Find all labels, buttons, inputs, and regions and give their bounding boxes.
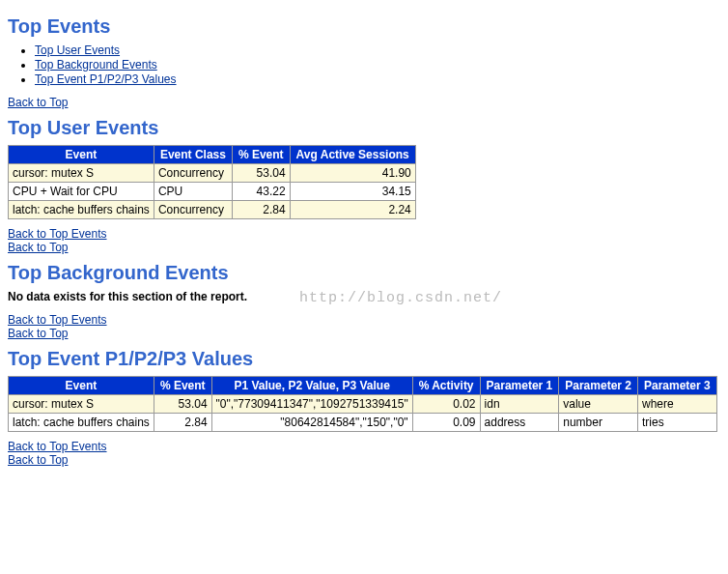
- cell-event-class: Concurrency: [154, 201, 232, 219]
- cell-pct-event: 2.84: [154, 414, 211, 432]
- link-top-user-events[interactable]: Top User Events: [35, 43, 120, 57]
- link-back-to-top[interactable]: Back to Top: [8, 453, 68, 467]
- cell-param1: address: [480, 414, 559, 432]
- col-p1p2p3: P1 Value, P2 Value, P3 Value: [211, 377, 412, 395]
- link-back-to-top-events[interactable]: Back to Top Events: [8, 440, 107, 453]
- cell-avg-active-sessions: 41.90: [290, 164, 415, 183]
- table-row: latch: cache buffers chains 2.84 "806428…: [9, 414, 717, 432]
- link-back-to-top[interactable]: Back to Top: [8, 96, 68, 109]
- table-row: latch: cache buffers chains Concurrency …: [9, 201, 416, 219]
- cell-pct-activity: 0.09: [412, 414, 480, 432]
- heading-top-events: Top Events: [8, 15, 720, 38]
- table-row: CPU + Wait for CPU CPU 43.22 34.15: [9, 183, 416, 201]
- cell-param3: where: [637, 395, 716, 414]
- col-event: Event: [9, 146, 154, 164]
- link-back-to-top-events[interactable]: Back to Top Events: [8, 227, 107, 241]
- cell-event: CPU + Wait for CPU: [9, 183, 154, 201]
- col-pct-event: % Event: [232, 146, 290, 164]
- heading-top-user-events: Top User Events: [8, 117, 720, 139]
- cell-event-class: CPU: [154, 183, 232, 201]
- top-events-nav-list: Top User Events Top Background Events To…: [35, 43, 720, 86]
- link-top-event-p1p2p3[interactable]: Top Event P1/P2/P3 Values: [35, 72, 177, 86]
- cell-p1p2p3: "80642814584","150","0": [211, 414, 412, 432]
- link-top-background-events[interactable]: Top Background Events: [35, 58, 157, 72]
- no-data-message: No data exists for this section of the r…: [8, 290, 720, 303]
- col-param3: Parameter 3: [637, 377, 716, 395]
- heading-top-event-p1p2p3: Top Event P1/P2/P3 Values: [8, 348, 720, 370]
- cell-event: latch: cache buffers chains: [9, 414, 154, 432]
- cell-p1p2p3: "0","77309411347","1092751339415": [211, 395, 412, 414]
- cell-param2: number: [559, 414, 638, 432]
- cell-event: cursor: mutex S: [9, 395, 154, 414]
- cell-pct-event: 53.04: [154, 395, 211, 414]
- cell-param1: idn: [480, 395, 559, 414]
- link-back-to-top[interactable]: Back to Top: [8, 241, 68, 254]
- link-back-to-top-events[interactable]: Back to Top Events: [8, 313, 107, 327]
- col-param1: Parameter 1: [480, 377, 559, 395]
- col-pct-event: % Event: [154, 377, 211, 395]
- cell-pct-event: 2.84: [232, 201, 290, 219]
- link-back-to-top[interactable]: Back to Top: [8, 327, 68, 340]
- cell-pct-event: 43.22: [232, 183, 290, 201]
- col-event-class: Event Class: [154, 146, 232, 164]
- table-row: cursor: mutex S 53.04 "0","77309411347",…: [9, 395, 717, 414]
- cell-pct-activity: 0.02: [412, 395, 480, 414]
- col-event: Event: [9, 377, 154, 395]
- cell-event: latch: cache buffers chains: [9, 201, 154, 219]
- cell-param2: value: [559, 395, 638, 414]
- col-avg-active-sessions: Avg Active Sessions: [290, 146, 415, 164]
- col-pct-activity: % Activity: [412, 377, 480, 395]
- table-top-event-p1p2p3: Event % Event P1 Value, P2 Value, P3 Val…: [8, 376, 717, 432]
- heading-top-background-events: Top Background Events: [8, 262, 720, 284]
- cell-event-class: Concurrency: [154, 164, 232, 183]
- table-top-user-events: Event Event Class % Event Avg Active Ses…: [8, 145, 416, 219]
- cell-param3: tries: [637, 414, 716, 432]
- col-param2: Parameter 2: [559, 377, 638, 395]
- cell-pct-event: 53.04: [232, 164, 290, 183]
- table-row: cursor: mutex S Concurrency 53.04 41.90: [9, 164, 416, 183]
- cell-avg-active-sessions: 34.15: [290, 183, 415, 201]
- cell-event: cursor: mutex S: [9, 164, 154, 183]
- cell-avg-active-sessions: 2.24: [290, 201, 415, 219]
